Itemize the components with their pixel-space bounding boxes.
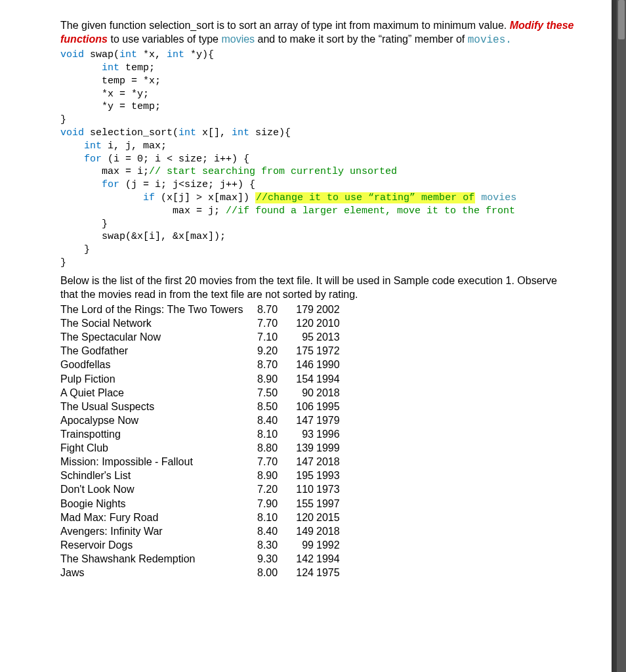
sort-mid: x[],	[196, 127, 232, 138]
kw-if: if	[143, 192, 155, 203]
kw-void-sort: void	[60, 127, 84, 138]
movie-row: Fight Club8.801391999	[60, 441, 575, 455]
for2-body: (j = i; j<size; j++) {	[119, 179, 255, 190]
document-page: The given function selection_sort is to …	[0, 0, 612, 672]
movie-runtime: 139	[289, 441, 316, 455]
swap-mid: *x,	[137, 49, 167, 60]
movie-year: 1997	[316, 497, 346, 511]
sort-decl: i, j, max;	[102, 140, 167, 152]
movie-rating: 8.10	[257, 427, 289, 441]
movie-row: Don't Look Now7.201101973	[60, 482, 575, 496]
swap-call: swap(&x[i], &x[max]);	[102, 231, 226, 242]
kw-int-sort2: int	[232, 127, 249, 138]
movie-title: Pulp Fiction	[60, 372, 257, 386]
movie-row: The Social Network7.701202010	[60, 316, 575, 330]
movie-rating: 8.30	[257, 538, 289, 552]
movie-rating: 8.90	[257, 372, 289, 386]
movie-year: 2018	[316, 455, 346, 469]
movie-row: Jaws8.001241975	[60, 566, 575, 579]
movie-runtime: 179	[289, 303, 316, 316]
movie-title: The Spectacular Now	[60, 330, 257, 344]
movie-row: The Spectacular Now7.10952013	[60, 330, 575, 344]
movie-rating: 8.10	[257, 511, 289, 524]
movie-rating: 8.40	[257, 524, 289, 538]
movie-runtime: 142	[289, 552, 316, 566]
movies-type-1: movies	[221, 33, 255, 45]
if-hl-movies: movies	[475, 192, 516, 203]
movie-row: Avengers: Infinity War8.401492018	[60, 524, 575, 538]
movie-year: 1990	[316, 358, 346, 371]
movie-year: 2010	[316, 316, 346, 330]
movie-runtime: 106	[289, 400, 316, 413]
maxj: max = j;	[173, 205, 226, 217]
movie-rating: 7.20	[257, 482, 289, 496]
movie-title: Don't Look Now	[60, 482, 257, 496]
movie-row: The Usual Suspects8.501061995	[60, 400, 575, 413]
movie-year: 2015	[316, 511, 346, 524]
scrollbar-thumb[interactable]	[618, 0, 625, 39]
if-hl-cmt: //change it to use “rating” member of	[256, 192, 474, 203]
movie-row: The Lord of the Rings: The Two Towers8.7…	[60, 303, 575, 316]
swap-name: swap(	[84, 49, 119, 60]
movie-row: A Quiet Place7.50902018	[60, 386, 575, 400]
movie-rating: 9.20	[257, 344, 289, 358]
max-cmt: // start searching from currently unsort…	[149, 166, 397, 177]
scrollbar[interactable]	[617, 0, 626, 672]
movie-runtime: 90	[289, 386, 316, 400]
kw-int: int	[119, 49, 137, 60]
movie-year: 1979	[316, 413, 346, 427]
movie-row: Mission: Impossible - Fallout7.701472018	[60, 455, 575, 469]
movie-row: Apocalypse Now8.401471979	[60, 413, 575, 427]
code-block-swap: void swap(int *x, int *y){ int temp; tem…	[60, 49, 575, 270]
movie-title: A Quiet Place	[60, 386, 257, 400]
movie-row: Mad Max: Fury Road8.101202015	[60, 511, 575, 524]
movie-rating: 7.90	[257, 497, 289, 511]
movie-row: Goodfellas8.701461990	[60, 358, 575, 371]
close-fn: }	[60, 257, 66, 268]
movie-year: 1993	[316, 469, 346, 482]
movie-title: The Usual Suspects	[60, 400, 257, 413]
movie-row: Schindler's List8.901951993	[60, 469, 575, 482]
close-inner: }	[102, 219, 108, 230]
movie-row: The Shawshank Redemption9.301421994	[60, 552, 575, 566]
movie-year: 1994	[316, 372, 346, 386]
movie-year: 1973	[316, 482, 346, 496]
movie-rating: 8.70	[257, 303, 289, 316]
movie-row: The Godfather9.201751972	[60, 344, 575, 358]
movie-runtime: 124	[289, 566, 316, 579]
movie-row: Pulp Fiction8.901541994	[60, 372, 575, 386]
movie-title: The Social Network	[60, 316, 257, 330]
intro-paragraph: The given function selection_sort is to …	[60, 18, 575, 47]
movie-title: Boogie Nights	[60, 497, 257, 511]
movie-title: Reservoir Dogs	[60, 538, 257, 552]
movie-runtime: 149	[289, 524, 316, 538]
movie-title: Mission: Impossible - Fallout	[60, 455, 257, 469]
movie-year: 1995	[316, 400, 346, 413]
movie-title: Avengers: Infinity War	[60, 524, 257, 538]
swap-l5: *y = temp;	[102, 101, 161, 112]
swap-l4: *x = *y;	[102, 89, 149, 100]
movie-runtime: 147	[289, 413, 316, 427]
movie-rating: 7.50	[257, 386, 289, 400]
kw-int-sort1: int	[178, 127, 196, 138]
intro-period: .	[505, 34, 512, 46]
kw-void: void	[60, 49, 84, 60]
movie-rating: 8.50	[257, 400, 289, 413]
movie-year: 1972	[316, 344, 346, 358]
movie-title: The Lord of the Rings: The Two Towers	[60, 303, 257, 316]
movie-year: 2013	[316, 330, 346, 344]
movie-runtime: 95	[289, 330, 316, 344]
movie-table: The Lord of the Rings: The Two Towers8.7…	[60, 303, 575, 579]
movie-runtime: 146	[289, 358, 316, 371]
movie-runtime: 147	[289, 455, 316, 469]
kw-int-temp: int	[102, 62, 119, 74]
movie-row: Boogie Nights7.901551997	[60, 497, 575, 511]
movie-year: 2018	[316, 386, 346, 400]
movie-year: 1975	[316, 566, 346, 579]
movie-rating: 7.70	[257, 455, 289, 469]
movie-rating: 8.80	[257, 441, 289, 455]
intro-text-3: and to make it sort by the “rating” memb…	[255, 33, 468, 45]
movie-rating: 8.70	[257, 358, 289, 371]
movie-year: 2018	[316, 524, 346, 538]
swap-l3: temp = *x;	[102, 75, 161, 87]
